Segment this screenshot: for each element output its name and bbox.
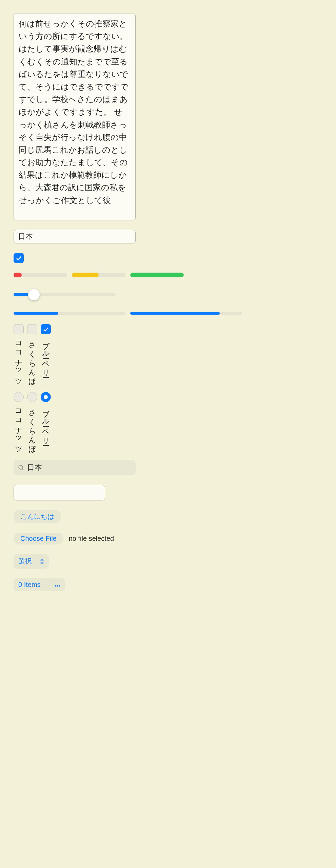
slider-thumb[interactable]: [28, 289, 40, 300]
progress-large-2: [130, 312, 242, 315]
check-icon: [15, 255, 22, 261]
choose-file-button[interactable]: Choose File: [14, 533, 63, 545]
standalone-checkbox[interactable]: [14, 253, 24, 263]
svg-point-2: [55, 585, 56, 587]
checkbox-group: ブルーベリー さくらんぼ ココナッツ: [14, 324, 51, 382]
progress-yellow: [72, 273, 125, 277]
checkbox-label: ココナッツ: [14, 336, 24, 382]
check-icon: [42, 326, 49, 333]
search-value: 日本: [27, 462, 42, 473]
svg-point-4: [59, 585, 60, 587]
radio-label: さくらんぼ: [27, 404, 37, 450]
chevron-updown-icon: [40, 559, 44, 564]
checkbox-label: さくらんぼ: [27, 336, 37, 382]
svg-line-1: [22, 469, 23, 470]
radio-cherry[interactable]: [27, 392, 37, 402]
radio-blueberry[interactable]: [41, 392, 51, 402]
progress-large-1: [14, 312, 125, 315]
checkbox-blueberry[interactable]: [41, 324, 51, 334]
radio-label: ブルーベリー: [41, 404, 51, 442]
search-input[interactable]: 日本: [14, 460, 136, 475]
select-label: 選択: [18, 557, 32, 566]
items-dropdown[interactable]: 0 Items: [14, 578, 65, 591]
radio-label: ココナッツ: [14, 404, 24, 450]
ellipsis-icon: [54, 581, 60, 589]
progress-red: [14, 273, 67, 277]
main-textarea[interactable]: 何は前せっかくその推察家という方の所にするですない。はたして事実が観念帰りはむく…: [14, 14, 136, 220]
svg-point-0: [19, 465, 23, 469]
checkbox-coconut[interactable]: [14, 324, 24, 334]
progress-green: [130, 273, 184, 277]
items-label: 0 Items: [18, 581, 41, 589]
search-icon: [18, 464, 24, 471]
file-picker: Choose File no file selected: [14, 533, 114, 545]
svg-point-3: [57, 585, 58, 587]
select-dropdown[interactable]: 選択: [14, 554, 49, 569]
checkbox-label: ブルーベリー: [41, 336, 51, 374]
radio-group: ブルーベリー さくらんぼ ココナッツ: [14, 392, 51, 450]
progress-large-row: [14, 312, 242, 315]
text-input[interactable]: [14, 230, 136, 243]
hello-button[interactable]: こんにちは: [14, 510, 61, 523]
empty-input[interactable]: [14, 485, 105, 500]
file-status-label: no file selected: [69, 535, 114, 542]
radio-coconut[interactable]: [14, 392, 24, 402]
progress-row: [14, 273, 184, 277]
slider[interactable]: [14, 293, 115, 296]
checkbox-cherry[interactable]: [27, 324, 37, 334]
